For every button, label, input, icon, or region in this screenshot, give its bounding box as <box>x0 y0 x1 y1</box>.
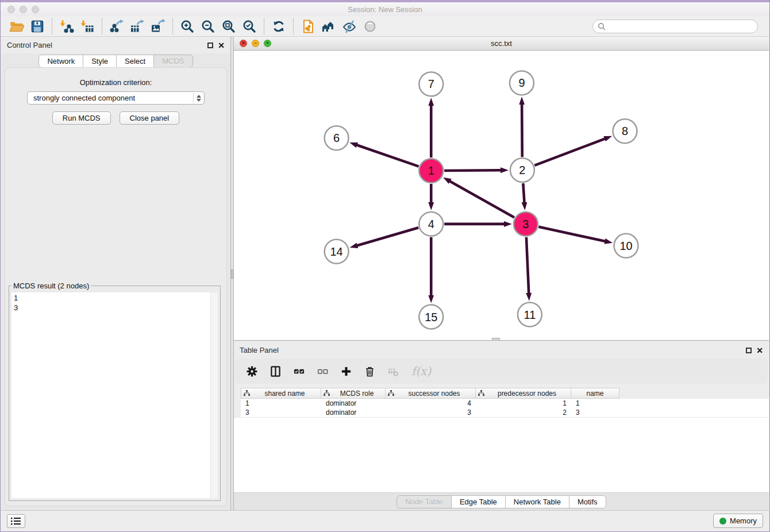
graph-node-4[interactable]: 4 <box>419 212 443 236</box>
control-panel-tabs: NetworkStyleSelectMCDS <box>1 55 230 68</box>
network-canvas[interactable]: 7968124314101511 <box>234 51 769 340</box>
zoom-selected-button[interactable] <box>239 18 260 35</box>
table-settings-button[interactable] <box>245 365 258 377</box>
create-column-button[interactable] <box>340 365 352 377</box>
zoom-fit-button[interactable] <box>218 18 239 35</box>
table-tab-node-table[interactable]: Node Table <box>396 495 452 508</box>
table-tab-network-table[interactable]: Network Table <box>505 495 569 508</box>
run-mcds-button[interactable]: Run MCDS <box>52 111 111 125</box>
import-network-button[interactable] <box>56 18 77 35</box>
graph-node-8[interactable]: 8 <box>613 119 637 143</box>
table-tab-motifs[interactable]: Motifs <box>569 495 606 508</box>
column-header-successor-nodes[interactable]: successor nodes <box>386 388 476 399</box>
table-cell[interactable]: 1 <box>571 399 619 408</box>
export-table-button[interactable] <box>127 18 148 35</box>
memory-button[interactable]: Memory <box>713 514 763 528</box>
column-header-name[interactable]: name <box>571 388 619 399</box>
table-cell[interactable]: 3 <box>241 408 321 417</box>
graph-node-15[interactable]: 15 <box>419 305 443 329</box>
tab-style[interactable]: Style <box>83 55 117 68</box>
show-all-networks-button[interactable] <box>318 18 339 35</box>
float-table-panel-icon[interactable] <box>746 348 752 353</box>
graph-edge-2-9[interactable] <box>522 104 522 157</box>
close-panel-button[interactable]: Close panel <box>120 111 180 125</box>
float-panel-icon[interactable] <box>207 43 213 48</box>
graph-node-10[interactable]: 10 <box>614 234 638 258</box>
table-tab-edge-table[interactable]: Edge Table <box>451 495 506 508</box>
export-image-icon <box>151 19 165 34</box>
graph-edge-2-3[interactable] <box>523 183 524 203</box>
delete-column-button[interactable] <box>363 365 376 377</box>
graph-node-14[interactable]: 14 <box>325 240 349 264</box>
graph-node-9[interactable]: 9 <box>510 71 534 95</box>
export-table-icon <box>130 19 145 34</box>
result-scrollbar[interactable] <box>210 292 218 498</box>
copy-network-button[interactable] <box>298 18 318 35</box>
save-session-button[interactable] <box>27 18 48 35</box>
close-table-panel-icon[interactable]: ✕ <box>756 346 763 354</box>
refresh-layout-button[interactable] <box>268 18 289 35</box>
tab-mcds[interactable]: MCDS <box>153 55 192 68</box>
graph-edge-1-6[interactable] <box>357 145 419 166</box>
deselect-all-rows-button[interactable] <box>316 365 329 377</box>
table-cell[interactable]: 1 <box>476 399 571 408</box>
graph-edge-2-8[interactable] <box>534 138 605 165</box>
graph-node-1[interactable]: 1 <box>419 159 443 183</box>
graph-node-7[interactable]: 7 <box>419 72 443 96</box>
export-network-button[interactable] <box>106 18 127 35</box>
table-row[interactable]: 1dominator411 <box>241 399 769 408</box>
table-tabs: Node TableEdge TableNetwork TableMotifs <box>396 495 606 508</box>
toolbar-separator <box>52 18 52 34</box>
graph-edge-3-11[interactable] <box>526 237 529 294</box>
graph-edge-3-1[interactable] <box>449 181 514 217</box>
graph-edge-1-2[interactable] <box>444 170 501 171</box>
search-input[interactable] <box>609 21 753 31</box>
column-type-icon <box>388 390 394 396</box>
search-field[interactable] <box>592 20 758 33</box>
zoom-in-button[interactable] <box>177 18 198 35</box>
optimization-criterion-label: Optimization criterion: <box>5 78 226 87</box>
column-header-predecessor-nodes[interactable]: predecessor nodes <box>476 388 571 399</box>
table-cell[interactable]: 1 <box>241 399 321 408</box>
graph-node-3[interactable]: 3 <box>514 212 538 236</box>
splitter-handle[interactable] <box>231 269 233 279</box>
delete-table-button[interactable] <box>387 365 399 377</box>
show-columns-button[interactable] <box>269 365 282 377</box>
graph-node-6[interactable]: 6 <box>325 126 349 150</box>
memory-label: Memory <box>730 516 757 525</box>
zoom-out-button[interactable] <box>198 18 218 35</box>
column-header-shared-name[interactable]: shared name <box>241 388 321 399</box>
table-row[interactable]: 3dominator323 <box>241 408 769 417</box>
function-builder-button[interactable]: f(x) <box>411 364 431 378</box>
show-panels-button[interactable] <box>360 18 380 35</box>
graph-edge-4-14[interactable] <box>357 228 418 245</box>
column-header-MCDS-role[interactable]: MCDS role <box>321 388 386 399</box>
hide-panels-button[interactable] <box>339 18 360 35</box>
horizontal-splitter-handle[interactable] <box>492 338 500 341</box>
mcds-result-box: MCDS result (2 nodes) 1 3 <box>9 282 221 501</box>
graph-edge-3-10[interactable] <box>538 227 605 241</box>
close-panel-icon[interactable]: ✕ <box>218 41 225 49</box>
graph-node-label: 8 <box>622 125 628 137</box>
graph-node-label: 1 <box>428 164 434 177</box>
table-cell[interactable]: 3 <box>571 408 619 417</box>
tab-select[interactable]: Select <box>116 55 154 68</box>
toolbar-separator <box>293 18 294 34</box>
graph-node-2[interactable]: 2 <box>510 158 534 182</box>
table-cell[interactable]: 3 <box>386 408 476 417</box>
graph-node-label: 14 <box>330 245 343 258</box>
graph-node-11[interactable]: 11 <box>518 303 542 327</box>
table-cell[interactable]: 4 <box>386 399 476 408</box>
table-cell[interactable]: 2 <box>476 408 571 417</box>
import-table-button[interactable] <box>77 18 98 35</box>
table-cell[interactable]: dominator <box>321 408 386 417</box>
tab-network[interactable]: Network <box>38 55 83 68</box>
task-history-button[interactable] <box>7 514 25 528</box>
open-session-button[interactable] <box>6 18 27 35</box>
select-all-rows-button[interactable] <box>292 365 305 377</box>
open-folder-icon <box>9 19 24 34</box>
mcds-result-text[interactable]: 1 3 <box>11 292 218 498</box>
criterion-select[interactable]: strongly connected component <box>27 91 205 105</box>
export-image-button[interactable] <box>148 18 168 35</box>
table-cell[interactable]: dominator <box>321 399 386 408</box>
